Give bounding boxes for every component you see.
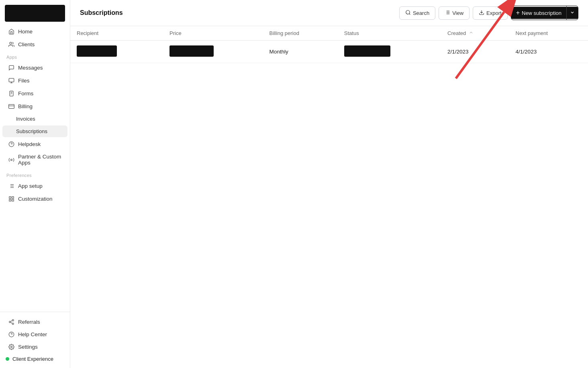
sidebar-item-subscriptions-label: Subscriptions [16,128,47,134]
svg-rect-20 [12,196,13,198]
billing-icon [8,103,14,109]
logo[interactable] [5,5,65,22]
cell-recipient [70,41,163,63]
sidebar-bottom: Referrals Help Center Settings Client Ex… [0,312,70,368]
sidebar-item-forms[interactable]: Forms [2,87,67,99]
cell-price [163,41,263,63]
sidebar-item-referrals-label: Referrals [18,319,40,325]
view-label: View [452,10,463,16]
svg-line-26 [10,322,12,323]
sidebar-item-settings[interactable]: Settings [2,341,67,353]
messages-icon [8,64,14,71]
cell-billing-period: Monthly [263,41,338,63]
search-icon [405,10,411,16]
cell-created: 2/1/2023 [441,41,509,63]
referrals-icon [8,319,14,325]
table-body: Monthly 2/1/2023 4/1/2023 [70,41,588,63]
cell-next-payment: 4/1/2023 [509,41,588,63]
sidebar-item-help-center-label: Help Center [18,331,47,337]
sidebar: Home Clients Apps Messages Files Forms B… [0,0,70,368]
sidebar-item-messages[interactable]: Messages [2,62,67,74]
col-next-payment: Next payment [509,26,588,41]
col-recipient: Recipient [70,26,163,41]
svg-line-27 [10,321,12,321]
export-icon [479,10,484,16]
col-price: Price [163,26,263,41]
sidebar-item-clients[interactable]: Clients [2,38,67,50]
svg-point-24 [9,321,10,323]
home-icon [8,28,14,35]
customization-icon [8,195,14,202]
view-icon [445,10,450,16]
clients-icon [8,41,14,47]
price-masked [169,45,214,57]
sidebar-item-home[interactable]: Home [2,25,67,37]
svg-rect-22 [9,199,10,201]
sort-icon [469,30,474,35]
chevron-down-icon [570,10,575,16]
sidebar-item-clients-label: Clients [18,41,35,47]
col-billing-period: Billing period [263,26,338,41]
files-icon [8,77,14,84]
col-status: Status [338,26,441,41]
forms-icon [8,90,14,97]
view-button[interactable]: View [439,6,470,20]
sidebar-item-forms-label: Forms [18,90,33,97]
partner-icon [8,156,14,163]
svg-rect-21 [12,199,13,201]
recipient-masked [77,45,117,57]
status-dot [6,357,9,361]
col-created[interactable]: Created [441,26,509,41]
sidebar-item-settings-label: Settings [18,344,38,350]
svg-rect-8 [8,104,14,108]
sidebar-item-partner-custom-apps[interactable]: Partner & Custom Apps [2,151,67,169]
export-label: Export [486,10,502,16]
sidebar-item-partner-label: Partner & Custom Apps [18,154,62,166]
svg-point-30 [10,346,12,347]
sidebar-item-files-label: Files [18,78,30,84]
plus-icon: + [516,10,520,16]
search-label: Search [413,10,429,16]
svg-point-0 [10,42,12,44]
sidebar-item-messages-label: Messages [18,65,43,71]
sidebar-item-helpdesk-label: Helpdesk [18,141,41,147]
new-subscription-caret[interactable] [567,7,578,19]
top-bar: Subscriptions Search View Export [70,0,588,26]
sidebar-item-referrals[interactable]: Referrals [2,316,67,328]
new-subscription-main[interactable]: + New subscription [511,7,566,19]
sidebar-item-helpdesk[interactable]: Helpdesk [2,138,67,150]
status-masked [344,45,390,57]
sidebar-item-customization[interactable]: Customization [2,193,67,205]
sidebar-item-home-label: Home [18,29,33,35]
sidebar-item-billing[interactable]: Billing [2,100,67,112]
svg-point-31 [406,10,410,14]
sidebar-item-customization-label: Customization [18,196,53,202]
sidebar-item-subscriptions[interactable]: Subscriptions [2,125,67,137]
client-status-item[interactable]: Client Experience [0,353,70,365]
svg-point-12 [10,159,12,160]
client-status-label: Client Experience [12,356,53,362]
helpdesk-icon [8,141,14,147]
table-container: Recipient Price Billing period Status Cr… [70,26,588,368]
table-row[interactable]: Monthly 2/1/2023 4/1/2023 [70,41,588,63]
svg-line-32 [409,13,410,14]
svg-point-25 [12,323,14,325]
apps-section-label: Apps [0,51,70,61]
sidebar-item-invoices[interactable]: Invoices [2,113,67,125]
sidebar-item-app-setup-label: App setup [18,183,43,189]
page-title: Subscriptions [80,9,123,16]
sidebar-item-help-center[interactable]: Help Center [2,328,67,340]
table-header: Recipient Price Billing period Status Cr… [70,26,588,41]
help-icon [8,331,14,337]
sidebar-item-billing-label: Billing [18,103,33,109]
export-button[interactable]: Export [473,6,508,20]
svg-rect-19 [9,196,10,198]
sidebar-item-invoices-label: Invoices [16,116,35,122]
svg-point-23 [12,319,14,321]
sidebar-item-app-setup[interactable]: App setup [2,180,67,192]
top-actions: Search View Export + New subscription [399,6,578,20]
new-subscription-button[interactable]: + New subscription [511,6,578,20]
search-button[interactable]: Search [399,6,435,20]
new-subscription-label: New subscription [522,10,561,16]
sidebar-item-files[interactable]: Files [2,74,67,86]
